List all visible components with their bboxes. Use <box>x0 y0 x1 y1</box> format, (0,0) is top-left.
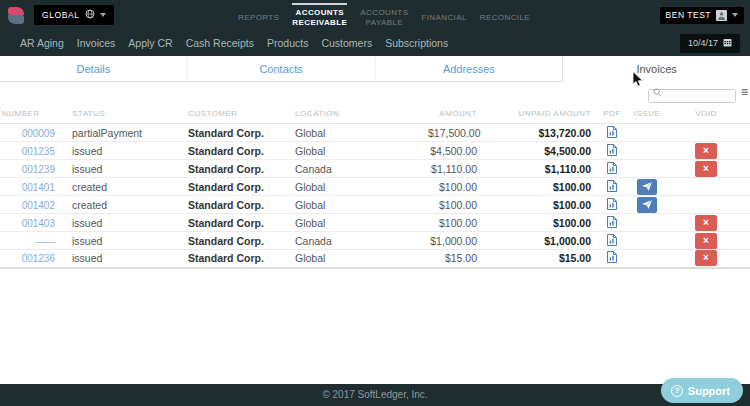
status-cell: partialPayment <box>55 124 170 142</box>
detail-tabs: DetailsContactsAddressesInvoices <box>0 56 750 82</box>
void-button[interactable]: × <box>695 250 717 266</box>
support-label: Support <box>688 385 730 397</box>
search-wrap <box>648 85 736 103</box>
subnav-item[interactable]: AR Aging <box>20 37 64 49</box>
user-name: BEN TEST <box>666 10 711 20</box>
column-header: NUMBER <box>0 104 55 124</box>
location-cell: Global <box>280 196 428 214</box>
void-button[interactable]: × <box>695 161 717 177</box>
tab-invoices[interactable]: Invoices <box>562 56 750 82</box>
date-picker-button[interactable]: 10/4/17 <box>680 34 740 53</box>
location-cell: Canada <box>280 232 428 250</box>
entity-selector-label: GLOBAL <box>42 10 80 20</box>
subnav-item[interactable]: Customers <box>321 37 372 49</box>
calendar-icon <box>723 38 732 49</box>
tab-addresses[interactable]: Addresses <box>375 56 563 82</box>
status-cell: issued <box>55 160 170 178</box>
amount-cell: $4,500.00 <box>428 142 478 160</box>
invoices-toolbar: ≡ <box>0 82 750 104</box>
void-button[interactable]: × <box>695 215 717 231</box>
location-cell: Global <box>280 142 428 160</box>
table-menu-icon[interactable]: ≡ <box>741 84 748 100</box>
status-cell: created <box>55 196 170 214</box>
unpaid-amount-cell: $15.00 <box>478 250 592 268</box>
nav-item[interactable]: RECONCILE <box>480 8 530 23</box>
invoice-number-link[interactable]: 001236 <box>22 253 55 264</box>
status-cell: created <box>55 178 170 196</box>
invoices-table-body: 000009partialPaymentStandard Corp.Global… <box>0 124 750 268</box>
location-cell: Global <box>280 250 428 268</box>
status-cell: issued <box>55 214 170 232</box>
softledger-logo-icon[interactable] <box>8 7 24 24</box>
customer-cell: Standard Corp. <box>170 214 280 232</box>
unpaid-amount-cell: $13,720.00 <box>478 124 592 142</box>
invoice-number-link[interactable]: 001403 <box>22 218 55 229</box>
pdf-icon[interactable] <box>607 144 617 158</box>
status-cell: issued <box>55 232 170 250</box>
user-menu-button[interactable]: BEN TEST <box>660 7 744 24</box>
column-header: PDF <box>592 104 632 124</box>
amount-cell: $100.00 <box>428 214 478 232</box>
pdf-icon[interactable] <box>607 198 617 212</box>
pdf-icon[interactable] <box>607 162 617 176</box>
nav-item[interactable]: REPORTS <box>238 8 279 23</box>
unpaid-amount-cell: $100.00 <box>478 178 592 196</box>
subnav-item[interactable]: Subscriptions <box>385 37 448 49</box>
tab-details[interactable]: Details <box>0 56 187 82</box>
support-button[interactable]: ? Support <box>661 378 743 403</box>
invoice-number-link[interactable]: 000009 <box>22 128 55 139</box>
invoice-row: 001235issuedStandard Corp.Global$4,500.0… <box>0 142 750 160</box>
customer-cell: Standard Corp. <box>170 232 280 250</box>
pdf-icon[interactable] <box>607 126 617 140</box>
module-subnav: AR AgingInvoicesApply CRCash ReceiptsPro… <box>0 30 750 56</box>
column-header: AMOUNT <box>428 104 478 124</box>
customer-cell: Standard Corp. <box>170 178 280 196</box>
location-cell: Global <box>280 124 428 142</box>
pdf-icon[interactable] <box>607 234 617 248</box>
issue-button[interactable] <box>637 197 657 213</box>
pdf-icon[interactable] <box>607 216 617 230</box>
invoice-row: ------issuedStandard Corp.Canada$1,000.0… <box>0 232 750 250</box>
invoice-row: 001402createdStandard Corp.Global$100.00… <box>0 196 750 214</box>
entity-selector-button[interactable]: GLOBAL <box>34 5 114 25</box>
question-icon: ? <box>671 385 683 397</box>
invoice-number-link[interactable]: 001401 <box>22 182 55 193</box>
pdf-icon[interactable] <box>607 251 617 265</box>
invoice-number-link[interactable]: 001402 <box>22 200 55 211</box>
column-header: STATUS <box>55 104 170 124</box>
customer-cell: Standard Corp. <box>170 124 280 142</box>
subnav-item[interactable]: Apply CR <box>128 37 172 49</box>
tab-contacts[interactable]: Contacts <box>187 56 375 82</box>
pdf-icon[interactable] <box>607 180 617 194</box>
invoice-row: 001236issuedStandard Corp.Global$15.00$1… <box>0 250 750 268</box>
top-navigation-bar: GLOBAL REPORTSACCOUNTS RECEIVABLEACCOUNT… <box>0 0 750 56</box>
unpaid-amount-cell: $100.00 <box>478 196 592 214</box>
invoice-number-link[interactable]: 001239 <box>22 164 55 175</box>
unpaid-amount-cell: $4,500.00 <box>478 142 592 160</box>
amount-cell: $100.00 <box>428 196 478 214</box>
status-cell: issued <box>55 142 170 160</box>
column-header: ISSUE <box>632 104 662 124</box>
void-button[interactable]: × <box>695 143 717 159</box>
nav-item[interactable]: ACCOUNTS PAYABLE <box>360 3 408 27</box>
subnav-item[interactable]: Cash Receipts <box>186 37 254 49</box>
nav-item[interactable]: FINANCIAL <box>421 8 466 23</box>
status-cell: issued <box>55 250 170 268</box>
customer-cell: Standard Corp. <box>170 250 280 268</box>
void-button[interactable]: × <box>695 233 717 249</box>
subnav-item[interactable]: Products <box>267 37 308 49</box>
unpaid-amount-cell: $1,000.00 <box>478 232 592 250</box>
chevron-down-icon <box>100 13 106 17</box>
column-header: VOID <box>662 104 750 124</box>
subnav-item[interactable]: Invoices <box>77 37 116 49</box>
column-header: CUSTOMER <box>170 104 280 124</box>
amount-cell: $1,000.00 <box>428 232 478 250</box>
unpaid-amount-cell: $1,110.00 <box>478 160 592 178</box>
chevron-down-icon <box>732 13 738 17</box>
nav-item[interactable]: ACCOUNTS RECEIVABLE <box>292 3 347 27</box>
issue-button[interactable] <box>637 179 657 195</box>
invoice-number-link[interactable]: 001235 <box>22 146 55 157</box>
main-nav: REPORTSACCOUNTS RECEIVABLEACCOUNTS PAYAB… <box>238 0 530 30</box>
copyright-text: © 2017 SoftLedger, Inc. <box>0 384 750 406</box>
invoice-number-link[interactable]: ------ <box>35 236 55 247</box>
